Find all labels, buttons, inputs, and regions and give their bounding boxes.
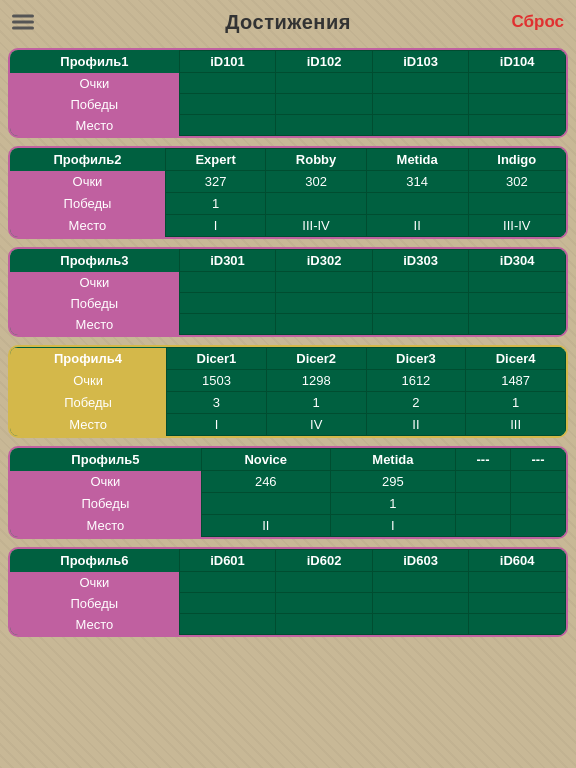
cell-1-1-2 (276, 73, 373, 94)
player-name-4-4: Dicer4 (466, 348, 566, 370)
reset-button[interactable]: Сброс (511, 12, 564, 32)
cell-5-2-4 (511, 493, 566, 515)
cell-5-1-1: 246 (201, 471, 330, 493)
profile-label-4: Профиль4 (10, 348, 167, 370)
player-name-2-2: Robby (266, 149, 366, 171)
cell-4-1-2: 1298 (266, 370, 366, 392)
cell-1-3-4 (469, 115, 566, 136)
row-label-1-3: Место (10, 115, 179, 136)
player-name-5-3: --- (456, 449, 511, 471)
cell-4-1-3: 1612 (366, 370, 466, 392)
profile-label-3: Профиль3 (10, 250, 179, 272)
player-name-3-4: iD304 (469, 250, 566, 272)
row-label-6-2: Победы (10, 593, 179, 614)
cell-6-2-2 (276, 593, 373, 614)
cell-2-3-1: I (165, 215, 265, 237)
row-label-1-2: Победы (10, 94, 179, 115)
cell-4-3-1: I (167, 414, 267, 436)
profile-table-1: Профиль1iD101iD102iD103iD104ОчкиПобедыМе… (10, 50, 566, 136)
row-label-3-2: Победы (10, 293, 179, 314)
cell-1-2-4 (469, 94, 566, 115)
player-name-3-3: iD303 (372, 250, 469, 272)
profile-label-2: Профиль2 (10, 149, 165, 171)
player-name-1-2: iD102 (276, 51, 373, 73)
cell-5-1-4 (511, 471, 566, 493)
cell-1-1-4 (469, 73, 566, 94)
player-name-3-1: iD301 (179, 250, 276, 272)
cell-3-3-1 (179, 314, 276, 335)
row-label-5-3: Место (10, 515, 201, 537)
player-name-4-3: Dicer3 (366, 348, 466, 370)
player-name-2-4: Indigo (468, 149, 565, 171)
cell-6-3-1 (179, 614, 276, 635)
row-label-4-1: Очки (10, 370, 167, 392)
row-label-3-3: Место (10, 314, 179, 335)
row-label-4-2: Победы (10, 392, 167, 414)
cell-2-1-1: 327 (165, 171, 265, 193)
cell-6-3-4 (469, 614, 566, 635)
cell-2-2-4 (468, 193, 565, 215)
cell-3-3-3 (372, 314, 469, 335)
player-name-2-1: Expert (165, 149, 265, 171)
cell-3-1-4 (469, 272, 566, 293)
cell-6-2-3 (372, 593, 469, 614)
cell-3-1-2 (276, 272, 373, 293)
cell-1-2-3 (372, 94, 469, 115)
player-name-1-1: iD101 (179, 51, 276, 73)
cell-5-1-2: 295 (330, 471, 455, 493)
cell-3-1-3 (372, 272, 469, 293)
page-title: Достижения (225, 11, 351, 34)
profile-label-5: Профиль5 (10, 449, 201, 471)
cell-5-3-2: I (330, 515, 455, 537)
cell-4-2-1: 3 (167, 392, 267, 414)
profile-card-2: Профиль2ExpertRobbyMetidaIndigoОчки32730… (8, 146, 568, 239)
cell-5-3-1: II (201, 515, 330, 537)
player-name-5-1: Novice (201, 449, 330, 471)
profiles-scroll-area: Профиль1iD101iD102iD103iD104ОчкиПобедыМе… (0, 44, 576, 768)
profile-table-6: Профиль6iD601iD602iD603iD604ОчкиПобедыМе… (10, 549, 566, 635)
cell-4-2-3: 2 (366, 392, 466, 414)
cell-1-1-3 (372, 73, 469, 94)
row-label-4-3: Место (10, 414, 167, 436)
row-label-2-3: Место (10, 215, 165, 237)
cell-2-2-1: 1 (165, 193, 265, 215)
cell-3-2-2 (276, 293, 373, 314)
player-name-5-4: --- (511, 449, 566, 471)
row-label-1-1: Очки (10, 73, 179, 94)
header: Достижения Сброс (0, 0, 576, 44)
cell-4-3-4: III (466, 414, 566, 436)
cell-5-1-3 (456, 471, 511, 493)
player-name-6-3: iD603 (372, 550, 469, 572)
cell-6-1-3 (372, 572, 469, 593)
cell-1-2-2 (276, 94, 373, 115)
cell-2-1-3: 314 (366, 171, 468, 193)
cell-5-2-1 (201, 493, 330, 515)
row-label-6-1: Очки (10, 572, 179, 593)
cell-1-1-1 (179, 73, 276, 94)
player-name-6-1: iD601 (179, 550, 276, 572)
cell-2-1-2: 302 (266, 171, 366, 193)
cell-3-3-2 (276, 314, 373, 335)
profile-label-6: Профиль6 (10, 550, 179, 572)
cell-1-3-1 (179, 115, 276, 136)
cell-3-2-3 (372, 293, 469, 314)
row-label-3-1: Очки (10, 272, 179, 293)
profile-card-3: Профиль3iD301iD302iD303iD304ОчкиПобедыМе… (8, 247, 568, 337)
cell-3-3-4 (469, 314, 566, 335)
player-name-3-2: iD302 (276, 250, 373, 272)
player-name-6-4: iD604 (469, 550, 566, 572)
player-name-4-2: Dicer2 (266, 348, 366, 370)
menu-icon[interactable] (12, 15, 34, 30)
profile-table-2: Профиль2ExpertRobbyMetidaIndigoОчки32730… (10, 148, 566, 237)
cell-6-1-1 (179, 572, 276, 593)
cell-5-2-2: 1 (330, 493, 455, 515)
cell-5-2-3 (456, 493, 511, 515)
player-name-1-3: iD103 (372, 51, 469, 73)
profile-card-1: Профиль1iD101iD102iD103iD104ОчкиПобедыМе… (8, 48, 568, 138)
cell-1-3-3 (372, 115, 469, 136)
player-name-2-3: Metida (366, 149, 468, 171)
player-name-1-4: iD104 (469, 51, 566, 73)
cell-4-1-1: 1503 (167, 370, 267, 392)
row-label-5-1: Очки (10, 471, 201, 493)
cell-2-1-4: 302 (468, 171, 565, 193)
